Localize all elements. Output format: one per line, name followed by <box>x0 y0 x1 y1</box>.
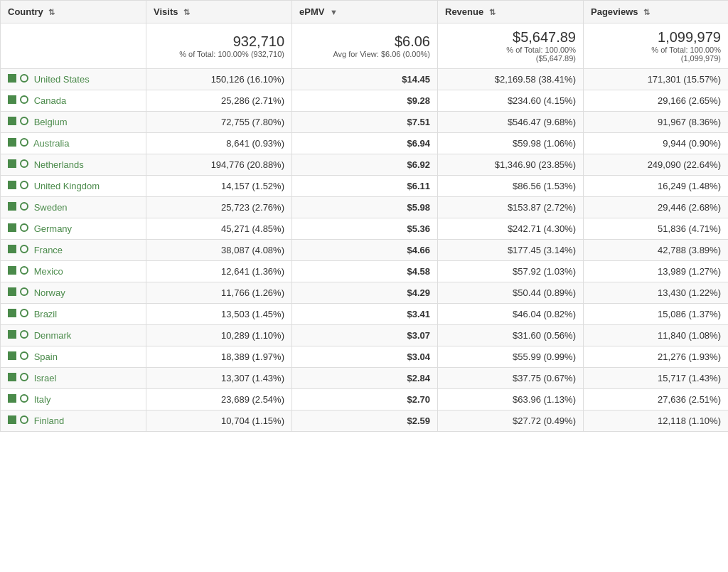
header-country[interactable]: Country ⇅ <box>1 1 146 23</box>
country-name[interactable]: Italy <box>34 394 51 405</box>
country-name[interactable]: Canada <box>34 95 67 106</box>
header-pageviews-label: Pageviews <box>591 6 638 17</box>
pageviews-cell: 171,301 (15.57%) <box>584 69 729 90</box>
square-icon <box>8 287 16 296</box>
country-name[interactable]: Brazil <box>34 309 58 319</box>
header-country-label: Country <box>8 6 43 17</box>
country-cell[interactable]: France <box>1 240 146 261</box>
header-revenue[interactable]: Revenue ⇅ <box>438 1 584 23</box>
pageviews-cell: 12,118 (1.10%) <box>584 411 729 432</box>
country-icons <box>8 415 28 424</box>
clock-icon <box>20 266 28 275</box>
pageviews-cell: 15,086 (1.37%) <box>584 304 729 325</box>
header-visits[interactable]: Visits ⇅ <box>146 1 292 23</box>
country-cell[interactable]: United States <box>1 69 146 90</box>
table-row: Australia 8,641 (0.93%) $6.94 $59.98 (1.… <box>1 133 729 154</box>
country-name[interactable]: Norway <box>34 287 65 298</box>
pageviews-cell: 13,430 (1.22%) <box>584 282 729 304</box>
table-row: Spain 18,389 (1.97%) $3.04 $55.99 (0.99%… <box>1 346 729 368</box>
country-cell[interactable]: Netherlands <box>1 154 146 176</box>
country-name[interactable]: United Kingdom <box>34 181 100 191</box>
epmv-cell: $2.84 <box>292 368 438 389</box>
square-icon <box>8 245 16 253</box>
header-country-sort-icon: ⇅ <box>48 8 55 17</box>
country-name[interactable]: Denmark <box>34 330 72 341</box>
analytics-table: Country ⇅ Visits ⇅ ePMV ▼ Revenue ⇅ Page… <box>0 0 728 432</box>
revenue-cell: $546.47 (9.68%) <box>438 112 584 133</box>
pageviews-cell: 51,836 (4.71%) <box>584 218 729 240</box>
country-icons <box>8 287 28 296</box>
header-epmv-sort-icon: ▼ <box>330 8 338 16</box>
table-row: Italy 23,689 (2.54%) $2.70 $63.96 (1.13%… <box>1 389 729 411</box>
visits-cell: 38,087 (4.08%) <box>146 240 292 261</box>
header-epmv[interactable]: ePMV ▼ <box>292 1 438 23</box>
pageviews-cell: 15,717 (1.43%) <box>584 368 729 389</box>
pageviews-cell: 42,788 (3.89%) <box>584 240 729 261</box>
country-cell[interactable]: Canada <box>1 90 146 112</box>
country-cell[interactable]: Finland <box>1 411 146 432</box>
pageviews-cell: 27,636 (2.51%) <box>584 389 729 411</box>
country-icons <box>8 394 28 403</box>
country-name[interactable]: Sweden <box>34 202 68 213</box>
country-cell[interactable]: Norway <box>1 282 146 304</box>
visits-cell: 25,286 (2.71%) <box>146 90 292 112</box>
visits-cell: 8,641 (0.93%) <box>146 133 292 154</box>
clock-icon <box>20 159 28 168</box>
revenue-cell: $37.75 (0.67%) <box>438 368 584 389</box>
table-row: United States 150,126 (16.10%) $14.45 $2… <box>1 69 729 90</box>
country-name[interactable]: Australia <box>33 138 70 149</box>
country-name[interactable]: Spain <box>34 351 58 362</box>
revenue-cell: $63.96 (1.13%) <box>438 389 584 411</box>
summary-country-cell <box>1 23 146 69</box>
revenue-cell: $57.92 (1.03%) <box>438 261 584 282</box>
clock-icon <box>20 394 28 403</box>
square-icon <box>8 74 16 83</box>
clock-icon <box>20 309 28 317</box>
visits-cell: 72,755 (7.80%) <box>146 112 292 133</box>
revenue-cell: $27.72 (0.49%) <box>438 411 584 432</box>
epmv-cell: $6.92 <box>292 154 438 176</box>
country-icons <box>8 351 28 360</box>
country-name[interactable]: France <box>34 245 63 255</box>
country-cell[interactable]: United Kingdom <box>1 176 146 197</box>
country-cell[interactable]: Brazil <box>1 304 146 325</box>
country-cell[interactable]: Sweden <box>1 197 146 218</box>
country-name[interactable]: Finland <box>34 415 65 426</box>
revenue-cell: $31.60 (0.56%) <box>438 325 584 346</box>
country-cell[interactable]: Belgium <box>1 112 146 133</box>
country-cell[interactable]: Germany <box>1 218 146 240</box>
pageviews-cell: 13,989 (1.27%) <box>584 261 729 282</box>
country-name[interactable]: Belgium <box>34 117 68 127</box>
country-icons <box>8 373 28 381</box>
summary-revenue-cell: $5,647.89 % of Total: 100.00% ($5,647.89… <box>438 23 584 69</box>
header-pageviews[interactable]: Pageviews ⇅ <box>584 1 729 23</box>
country-name[interactable]: United States <box>34 74 90 85</box>
epmv-cell: $4.29 <box>292 282 438 304</box>
country-cell[interactable]: Mexico <box>1 261 146 282</box>
country-cell[interactable]: Spain <box>1 346 146 368</box>
country-icons <box>8 202 28 211</box>
country-icons <box>8 266 28 275</box>
revenue-cell: $55.99 (0.99%) <box>438 346 584 368</box>
clock-icon <box>20 223 28 232</box>
header-epmv-label: ePMV <box>299 6 324 17</box>
epmv-cell: $2.59 <box>292 411 438 432</box>
country-name[interactable]: Netherlands <box>34 159 84 170</box>
epmv-cell: $6.94 <box>292 133 438 154</box>
country-name[interactable]: Israel <box>34 373 57 383</box>
epmv-cell: $7.51 <box>292 112 438 133</box>
country-cell[interactable]: Israel <box>1 368 146 389</box>
table-row: Finland 10,704 (1.15%) $2.59 $27.72 (0.4… <box>1 411 729 432</box>
country-cell[interactable]: Australia <box>1 133 146 154</box>
country-name[interactable]: Mexico <box>34 266 63 277</box>
clock-icon <box>20 95 28 104</box>
summary-revenue-sub1: % of Total: 100.00% <box>445 46 576 54</box>
summary-revenue-main: $5,647.89 <box>445 29 576 46</box>
pageviews-cell: 9,944 (0.90%) <box>584 133 729 154</box>
country-cell[interactable]: Italy <box>1 389 146 411</box>
table-row: Brazil 13,503 (1.45%) $3.41 $46.04 (0.82… <box>1 304 729 325</box>
country-cell[interactable]: Denmark <box>1 325 146 346</box>
revenue-cell: $50.44 (0.89%) <box>438 282 584 304</box>
visits-cell: 18,389 (1.97%) <box>146 346 292 368</box>
country-name[interactable]: Germany <box>34 223 72 234</box>
